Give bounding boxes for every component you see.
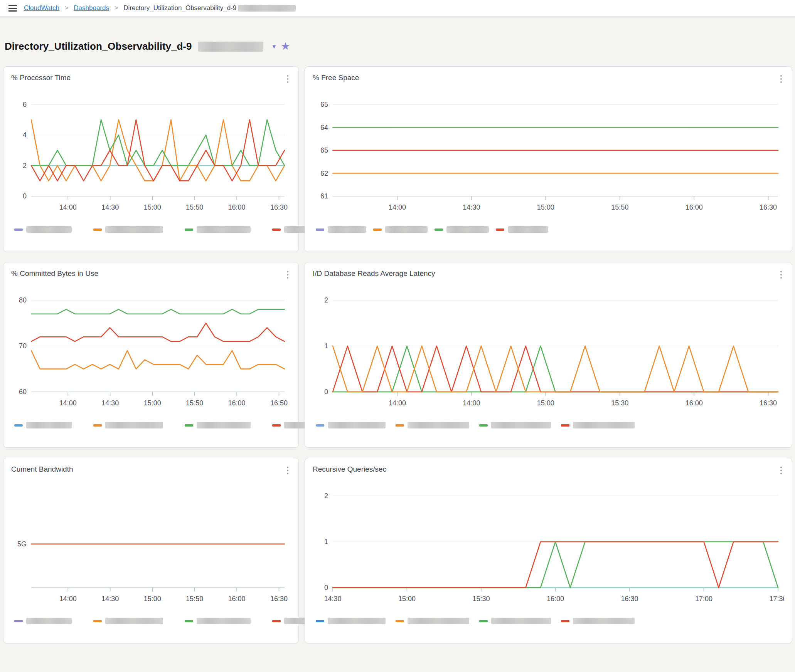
legend-item[interactable]	[561, 618, 635, 624]
svg-text:16:30: 16:30	[270, 203, 288, 211]
legend-item[interactable]	[93, 226, 163, 233]
svg-text:14:30: 14:30	[101, 399, 119, 407]
svg-text:14:00: 14:00	[59, 203, 77, 211]
svg-text:14:00: 14:00	[463, 399, 480, 407]
kebab-menu-icon[interactable]	[285, 465, 291, 476]
line-chart-database-reads-latency: 14:0014:0015:0015:3016:0016:30210	[313, 282, 784, 417]
panel-title: % Committed Bytes in Use	[11, 269, 98, 278]
legend-item[interactable]	[316, 618, 386, 624]
legend-item[interactable]	[93, 422, 163, 428]
svg-text:1: 1	[324, 538, 328, 546]
legend-item[interactable]	[561, 422, 635, 428]
panel-recursive-queries: Recursive Queries/sec 14:3015:0015:3016:…	[305, 458, 792, 643]
redacted-text	[198, 42, 263, 52]
svg-text:14:30: 14:30	[463, 203, 480, 211]
svg-text:15:00: 15:00	[144, 595, 161, 603]
top-navigation-bar: CloudWatch > Dashboards > Directory_Util…	[0, 0, 795, 17]
dashboard-grid: % Processor Time 14:0014:3015:0015:5016:…	[3, 66, 792, 643]
favorite-star-icon[interactable]: ★	[281, 41, 290, 52]
svg-text:16:30: 16:30	[270, 595, 288, 603]
legend-label-redacted	[385, 226, 428, 233]
panel-database-reads-latency: I/D Database Reads Average Latency 14:00…	[305, 262, 792, 448]
svg-text:4: 4	[23, 131, 27, 139]
legend-swatch	[185, 228, 193, 231]
legend-item[interactable]	[496, 226, 548, 233]
legend-item[interactable]	[479, 618, 551, 624]
svg-text:14:30: 14:30	[101, 203, 119, 211]
legend-swatch	[14, 228, 23, 231]
legend-item[interactable]	[435, 226, 489, 233]
legend-swatch	[93, 424, 102, 427]
breadcrumb-current-text: Directory_Utilization_Observability_d-9	[123, 4, 236, 12]
hamburger-menu-icon[interactable]	[8, 5, 17, 12]
svg-text:14:00: 14:00	[389, 203, 406, 211]
legend-label-redacted	[105, 618, 163, 624]
legend-label-redacted	[197, 422, 251, 428]
kebab-menu-icon[interactable]	[778, 74, 784, 84]
svg-text:16:30: 16:30	[621, 595, 638, 603]
legend-label-redacted	[328, 618, 386, 624]
legend-swatch	[272, 620, 281, 622]
panel-current-bandwidth: Cument Bandwidth 14:0014:3015:0015:5016:…	[3, 458, 299, 643]
legend-label-redacted	[328, 422, 386, 428]
svg-text:16:00: 16:00	[547, 595, 564, 603]
kebab-menu-icon[interactable]	[285, 269, 291, 280]
legend-item[interactable]	[185, 422, 251, 428]
kebab-menu-icon[interactable]	[778, 269, 784, 280]
svg-text:65: 65	[320, 146, 328, 154]
svg-text:15:50: 15:50	[611, 203, 628, 211]
breadcrumb-dashboards[interactable]: Dashboards	[74, 4, 109, 12]
legend-item[interactable]	[185, 618, 251, 624]
legend-swatch	[396, 620, 404, 622]
panel-title: I/D Database Reads Average Latency	[313, 269, 435, 278]
breadcrumb-cloudwatch[interactable]: CloudWatch	[24, 4, 59, 12]
svg-text:70: 70	[19, 342, 27, 350]
panel-title: Recursive Queries/sec	[313, 465, 386, 474]
chevron-down-icon[interactable]: ▼	[271, 43, 277, 50]
chart-legend	[14, 422, 291, 428]
svg-text:2: 2	[324, 492, 328, 500]
panel-free-space: % Free Space 14:0014:3015:0015:5016:0016…	[305, 66, 792, 252]
svg-text:15:00: 15:00	[537, 399, 554, 407]
chevron-right-icon: >	[115, 5, 118, 12]
legend-item[interactable]	[316, 422, 386, 428]
chart-legend	[14, 226, 291, 233]
legend-item[interactable]	[316, 226, 366, 233]
legend-item[interactable]	[93, 618, 163, 624]
legend-item[interactable]	[373, 226, 428, 233]
svg-text:15:00: 15:00	[144, 399, 161, 407]
svg-text:5G: 5G	[17, 540, 27, 548]
legend-label-redacted	[26, 618, 72, 624]
legend-item[interactable]	[14, 422, 72, 428]
legend-item[interactable]	[479, 422, 551, 428]
legend-item[interactable]	[396, 618, 469, 624]
legend-item[interactable]	[396, 422, 469, 428]
legend-swatch	[272, 424, 281, 427]
legend-item[interactable]	[14, 618, 72, 624]
legend-label-redacted	[105, 226, 163, 233]
line-chart-processor-time: 14:0014:3015:0015:5016:0016:306420	[11, 87, 291, 221]
kebab-menu-icon[interactable]	[778, 465, 784, 476]
legend-item[interactable]	[14, 226, 72, 233]
legend-swatch	[14, 620, 23, 622]
svg-text:61: 61	[320, 192, 328, 200]
svg-text:17:30: 17:30	[769, 595, 784, 603]
chart-legend	[316, 226, 784, 233]
svg-text:62: 62	[320, 170, 328, 177]
line-chart-free-space: 14:0014:3015:0015:5016:0016:306564656261	[313, 87, 784, 221]
panel-title: % Free Space	[313, 74, 359, 82]
svg-text:15:00: 15:00	[144, 203, 161, 211]
kebab-menu-icon[interactable]	[285, 74, 291, 84]
redacted-text	[238, 5, 296, 12]
svg-text:16:00: 16:00	[686, 203, 703, 211]
legend-label-redacted	[328, 226, 366, 233]
svg-text:16:00: 16:00	[228, 595, 246, 603]
page-title: Directory_Utilization_Observability_d-9	[5, 40, 192, 52]
panel-processor-time: % Processor Time 14:0014:3015:0015:5016:…	[3, 66, 299, 252]
legend-swatch	[185, 620, 193, 622]
svg-text:14:30: 14:30	[101, 595, 119, 603]
legend-item[interactable]	[185, 226, 251, 233]
svg-text:2: 2	[324, 296, 328, 304]
breadcrumb-current: Directory_Utilization_Observability_d-9	[123, 4, 296, 12]
svg-text:15:50: 15:50	[186, 399, 203, 407]
